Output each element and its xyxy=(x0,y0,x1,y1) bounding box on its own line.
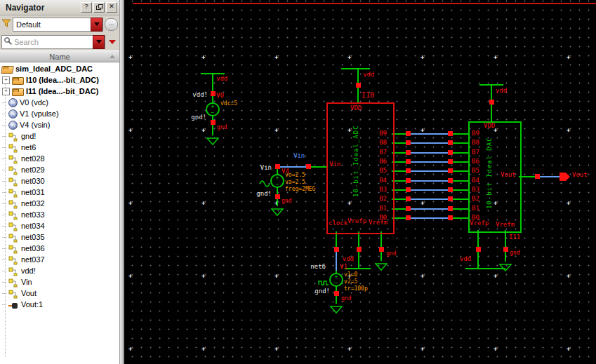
tree-item-v4-vsin-[interactable]: objV4 (vsin) xyxy=(0,119,119,130)
wire-pin[interactable] xyxy=(211,91,216,96)
tree-item-v0-vdc-[interactable]: objV0 (vdc) xyxy=(0,97,119,108)
bus-wire-b7[interactable] xyxy=(408,152,450,154)
wire-pin[interactable] xyxy=(406,215,411,220)
wire-pin[interactable] xyxy=(406,206,411,211)
ground-symbol[interactable] xyxy=(374,261,388,274)
wire-pin[interactable] xyxy=(448,159,453,164)
schematic-label-vdd[interactable]: vdd xyxy=(343,256,354,262)
dac-pin-label-b3[interactable]: B3 xyxy=(472,187,479,193)
schematic-label-i10[interactable]: I10 xyxy=(362,92,374,99)
schematic-label-vdc-5[interactable]: vdc=5 xyxy=(220,101,237,107)
schematic-label-vdd-[interactable]: vdd! xyxy=(192,92,208,98)
schematic-label-net6[interactable]: net6 xyxy=(310,264,326,270)
dac-pin-label-b9[interactable]: B9 xyxy=(472,130,479,137)
tree-item-net028[interactable]: net028 xyxy=(0,153,119,164)
wire-pin[interactable] xyxy=(503,247,508,252)
vdd-rail-symbol[interactable] xyxy=(201,73,225,74)
schematic-label-vrefp[interactable]: Vrefp xyxy=(347,218,366,224)
adc-pin-label-b4[interactable]: B4 xyxy=(379,177,387,184)
ground-symbol[interactable] xyxy=(270,206,284,220)
tree-item-net029[interactable]: net029 xyxy=(0,164,119,175)
wire-pin[interactable] xyxy=(275,164,280,169)
tree-item-net033[interactable]: net033 xyxy=(0,209,119,220)
wire-pin[interactable] xyxy=(448,187,453,192)
tree-item-vin[interactable]: Vin xyxy=(0,276,119,288)
wire-pin[interactable] xyxy=(406,168,411,173)
vpulse-source-symbol[interactable]: +− xyxy=(329,273,343,287)
wire-pin[interactable] xyxy=(356,83,361,88)
schematic-label-gnd[interactable]: gnd xyxy=(510,250,519,256)
wire-pin[interactable] xyxy=(275,194,280,199)
filter-dropdown-button[interactable] xyxy=(91,18,102,32)
ground-symbol[interactable] xyxy=(329,304,343,317)
schematic-label-vdd[interactable]: VDD xyxy=(484,123,495,129)
wire-pin[interactable] xyxy=(334,291,339,296)
wire-pin[interactable] xyxy=(476,247,481,252)
restore-button[interactable] xyxy=(93,2,105,13)
tree-item-net031[interactable]: net031 xyxy=(0,187,119,198)
schematic-label-v2-5[interactable]: v2=5 xyxy=(344,279,357,285)
schematic-label-vdd[interactable]: vdd xyxy=(363,72,374,78)
wire-pin[interactable] xyxy=(334,247,339,252)
schematic-label-v1[interactable]: V1 xyxy=(340,264,347,270)
schematic-label-gnd-[interactable]: gnd! xyxy=(256,191,272,197)
schematic-label-va-2-5[interactable]: va=2.5 xyxy=(285,180,305,185)
wire-pin[interactable] xyxy=(406,159,411,164)
wire-pin[interactable] xyxy=(306,164,311,169)
wire-pin[interactable] xyxy=(406,178,411,183)
dac-pin-label-b2[interactable]: B2 xyxy=(472,196,479,202)
schematic-label-gnd[interactable]: gnd xyxy=(217,125,227,130)
tree-expander-icon[interactable]: + xyxy=(2,76,10,84)
schematic-label-vdd[interactable]: VDD xyxy=(350,105,362,112)
schematic-label-v0[interactable]: V0 xyxy=(216,93,224,99)
tree-item-gnd-[interactable]: gnd! xyxy=(0,130,119,142)
bus-wire-b4[interactable] xyxy=(408,180,450,182)
wire[interactable] xyxy=(537,176,560,177)
schematic-label-v1-0[interactable]: v1=0 xyxy=(344,272,357,278)
tree-item-sim-ideal-adc-dac[interactable]: sim_Ideal_ADC_DAC xyxy=(0,63,119,74)
wire-pin[interactable] xyxy=(448,215,453,220)
tree-item-net032[interactable]: net032 xyxy=(0,198,119,209)
vdc-source-symbol[interactable]: +− xyxy=(206,102,220,116)
vsin-source-symbol[interactable]: +− xyxy=(270,174,284,188)
schematic-label-gnd[interactable]: gnd xyxy=(341,296,351,302)
adc-pin-label-b9[interactable]: B9 xyxy=(379,130,387,137)
wire[interactable] xyxy=(505,230,506,262)
bus-wire-b1[interactable] xyxy=(408,208,450,210)
search-box[interactable] xyxy=(1,35,105,49)
tree-item-net035[interactable]: net035 xyxy=(0,231,119,243)
wire-pin[interactable] xyxy=(406,187,411,192)
wire-pin[interactable] xyxy=(448,206,453,211)
wire-pin[interactable] xyxy=(211,120,216,125)
filter-combo[interactable]: Default xyxy=(13,18,103,32)
schematic-label-clock[interactable]: clock xyxy=(329,220,347,227)
vdd-rail-symbol[interactable] xyxy=(479,84,503,86)
wire[interactable] xyxy=(380,231,382,261)
schematic-label-vrefm[interactable]: Vrefm xyxy=(369,220,388,226)
wire-pin[interactable] xyxy=(448,150,453,155)
wire-pin[interactable] xyxy=(406,131,411,136)
wire-pin[interactable] xyxy=(489,100,494,105)
dac-pin-label-b7[interactable]: B7 xyxy=(472,149,479,156)
tree-item-net034[interactable]: net034 xyxy=(0,220,119,231)
ground-symbol[interactable] xyxy=(206,135,220,149)
tree-item-net030[interactable]: net030 xyxy=(0,175,119,187)
adc-pin-label-b3[interactable]: B3 xyxy=(379,187,387,193)
bus-wire-b5[interactable] xyxy=(408,170,450,172)
bus-wire-b3[interactable] xyxy=(408,189,450,191)
navigator-titlebar[interactable]: Navigator ? ✕ xyxy=(0,0,119,15)
schematic-label-vrefm[interactable]: Vrefm xyxy=(496,222,515,228)
adc-pin-label-b1[interactable]: B1 xyxy=(379,205,387,212)
adc-pin-label-b8[interactable]: B8 xyxy=(379,140,387,146)
schematic-label-i11[interactable]: I11 xyxy=(509,234,520,241)
tree-item-vdd-[interactable]: vdd! xyxy=(0,265,119,276)
tree-item-net036[interactable]: net036 xyxy=(0,243,119,254)
tree-item-i11-idea-bit-dac-[interactable]: +I11 (Idea...-bit_DAC) xyxy=(0,86,119,97)
wire-pin[interactable] xyxy=(448,140,453,145)
schematic-label-gnd-[interactable]: gnd! xyxy=(314,288,330,295)
bus-wire-b0[interactable] xyxy=(408,217,450,219)
bus-wire-b2[interactable] xyxy=(408,198,450,200)
wire-pin[interactable] xyxy=(357,247,362,252)
wire-pin[interactable] xyxy=(535,174,540,179)
tree-item-i10-idea-bit-adc-[interactable]: +I10 (Idea...-bit_ADC) xyxy=(0,74,119,86)
